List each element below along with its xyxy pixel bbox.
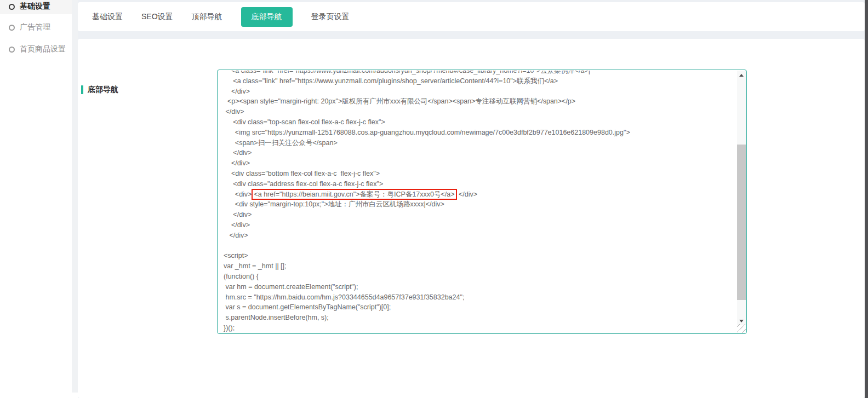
code-line: <div class="top-scan flex-col flex-a-c f… [224, 117, 737, 128]
main-area: 基础设置 SEO设置 顶部导航 底部导航 登录页设置 底部导航 <a class… [78, 0, 865, 398]
settings-tab-bar: 基础设置 SEO设置 顶部导航 底部导航 登录页设置 [78, 2, 865, 31]
code-line: <div><a href="https://beian.miit.gov.cn"… [224, 189, 737, 200]
red-annotation-box: <a href="https://beian.miit.gov.cn">备案号：… [252, 189, 456, 200]
code-line: </div> [224, 158, 737, 169]
resize-grip-icon[interactable] [737, 324, 746, 333]
code-line: </div> [224, 148, 737, 158]
code-line: (function() { [224, 272, 737, 282]
sidebar-item-basic-settings[interactable]: 基础设置 [0, 0, 72, 14]
sidebar-item-label: 基础设置 [20, 2, 50, 11]
code-line: <a class="link" href="https://www.yunzma… [224, 76, 737, 86]
code-line: <div style="margin-top:10px;">地址：广州市白云区机… [224, 199, 737, 210]
code-line: <script> [224, 251, 737, 261]
tab-login-page-settings[interactable]: 登录页设置 [311, 12, 350, 22]
radio-circle-icon [9, 47, 15, 53]
code-line: </div> [224, 220, 737, 230]
code-line: <img src="https://yunzmall-1251768088.co… [224, 128, 737, 138]
sidebar-item-label: 广告管理 [20, 22, 50, 32]
code-line: s.parentNode.insertBefore(hm, s); [224, 313, 737, 323]
code-line: </div> [224, 107, 737, 117]
code-editor-content: <a class="link" href="https://www.yunzma… [218, 71, 737, 333]
sidebar-divider [72, 0, 78, 393]
code-line: <div class="address flex-col flex-a-c fl… [224, 179, 737, 189]
tab-top-nav[interactable]: 顶部导航 [192, 12, 222, 22]
code-line: <span>扫一扫关注公众号</span> [224, 138, 737, 148]
code-line: hm.src = "https://hm.baidu.com/hm.js?033… [224, 292, 737, 303]
code-clip: <a class="link" href="https://www.yunzma… [218, 71, 737, 333]
code-line: var _hmt = _hmt || []; [224, 261, 737, 272]
tab-bottom-nav[interactable]: 底部导航 [241, 7, 293, 27]
screen-edge-strip [865, 0, 868, 398]
code-line: var s = document.getElementsByTagName("s… [224, 302, 737, 313]
sidebar-item-home-product-settings[interactable]: 首页商品设置 [0, 42, 72, 57]
code-line: var hm = document.createElement("script"… [224, 282, 737, 292]
radio-circle-icon [9, 4, 15, 10]
code-line: })(); [224, 323, 737, 333]
bottom-nav-panel: 底部导航 <a class="link" href="https://www.y… [78, 39, 865, 398]
sidebar-item-ad-management[interactable]: 广告管理 [0, 20, 72, 35]
scrollbar-thumb[interactable] [737, 145, 746, 300]
scroll-up-icon[interactable] [737, 71, 746, 79]
code-line: </div> [224, 210, 737, 220]
radio-circle-icon [9, 25, 15, 31]
code-line: <p><span style="margin-right: 20px">版权所有… [224, 96, 737, 107]
tab-seo-settings[interactable]: SEO设置 [141, 12, 173, 22]
sidebar: 基础设置 广告管理 首页商品设置 [0, 0, 72, 398]
code-line [224, 241, 737, 251]
code-line: <div class="bottom flex-col flex-a-c fle… [224, 169, 737, 179]
code-line: </div> [224, 230, 737, 241]
vertical-scrollbar[interactable] [737, 71, 746, 325]
section-accent-bar-icon [81, 85, 83, 94]
footer-nav-code-textarea[interactable]: <a class="link" href="https://www.yunzma… [217, 70, 747, 334]
tab-basic-settings[interactable]: 基础设置 [92, 12, 123, 22]
code-line: </div> [224, 86, 737, 97]
section-title: 底部导航 [88, 85, 118, 95]
section-header: 底部导航 [81, 85, 118, 95]
sidebar-item-label: 首页商品设置 [20, 44, 66, 54]
code-line: <a class="link" href="https://www.yunzma… [224, 71, 737, 76]
